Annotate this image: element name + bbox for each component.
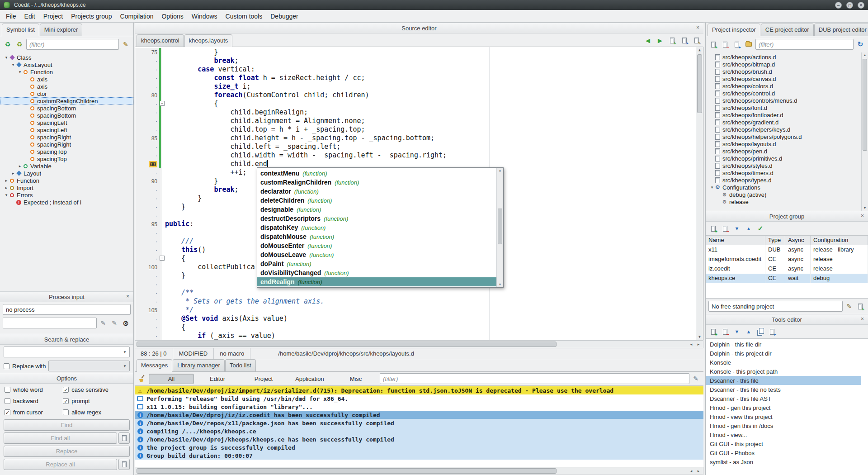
inspector-filter-input[interactable] [755, 39, 854, 50]
line-gutter[interactable]: · [135, 57, 161, 65]
line-gutter[interactable]: · [135, 117, 161, 125]
completion-item[interactable]: dispatchMouse (function) [257, 232, 496, 241]
expander-icon[interactable] [4, 193, 9, 197]
scroll-up-icon[interactable]: ▲ [696, 47, 703, 53]
line-gutter[interactable]: · [135, 194, 161, 203]
completion-item[interactable]: doMouseLeave (function) [257, 250, 496, 259]
expander-icon[interactable] [4, 185, 9, 190]
code-line[interactable]: 75 } [135, 48, 703, 57]
expander-icon[interactable] [709, 185, 715, 190]
symbol-tree-item[interactable]: Function [0, 177, 133, 184]
symbol-tree-item[interactable]: Errors [0, 191, 133, 199]
line-gutter[interactable]: · [135, 246, 161, 254]
symbol-tree-item[interactable]: axis [0, 76, 133, 83]
line-gutter[interactable]: · [135, 271, 161, 280]
project-file-item[interactable]: src/kheops/fontloader.d [706, 111, 861, 119]
line-gutter[interactable]: · [135, 108, 161, 117]
line-gutter[interactable]: · [135, 280, 161, 289]
search-option-checkbox[interactable]: prompt [63, 398, 129, 404]
completion-item[interactable]: designable (function) [257, 205, 496, 214]
close-editor-panel-icon[interactable] [694, 25, 701, 32]
project-file-item[interactable]: src/kheops/primitives.d [706, 155, 861, 162]
new-document-icon[interactable] [667, 35, 677, 45]
maximize-icon[interactable] [846, 2, 853, 9]
line-gutter[interactable]: ·− [135, 254, 161, 263]
replace-all-docs-icon[interactable] [118, 459, 130, 470]
chevron-down-icon[interactable] [121, 362, 128, 370]
find-all-docs-icon[interactable] [118, 432, 130, 444]
open-source-icon[interactable] [732, 39, 742, 49]
messages-tab[interactable]: Todo list [225, 359, 256, 371]
message-row[interactable]: the project group is successfully compil… [135, 443, 703, 451]
code-line[interactable]: · if (_axis == value) [135, 332, 703, 340]
scroll-thumb[interactable] [498, 209, 502, 244]
project-row[interactable]: kheops.ce CE wait debug [706, 274, 868, 283]
message-filter-button[interactable]: Project [241, 374, 286, 384]
new-free-standing-icon[interactable] [855, 301, 865, 311]
project-row[interactable]: imageformats.coedit CE async release [706, 255, 868, 264]
line-gutter[interactable]: 75 [135, 48, 161, 57]
scroll-right-icon[interactable]: ▸ [695, 341, 702, 348]
checkbox-icon[interactable] [63, 387, 69, 393]
fold-marker-icon[interactable]: − [160, 256, 165, 261]
search-option-checkbox[interactable]: from cursor [5, 409, 63, 416]
line-gutter[interactable]: · [135, 332, 161, 340]
close-window-icon[interactable] [858, 2, 864, 9]
scroll-up-icon[interactable]: ▲ [497, 168, 503, 173]
close-tools-editor-icon[interactable] [859, 316, 866, 323]
editor-tab[interactable]: kheops.layouts [184, 34, 233, 47]
kill-process-icon[interactable] [121, 318, 131, 328]
project-file-item[interactable]: src/kheops/controls/menus.d [706, 97, 861, 104]
line-gutter[interactable]: 85 [135, 134, 161, 142]
symbol-tree-item[interactable]: spacingRight [0, 141, 133, 148]
line-gutter[interactable]: · [135, 82, 161, 91]
replace-button[interactable]: Replace [4, 446, 130, 457]
symbol-tree-item[interactable]: axis [0, 83, 133, 90]
auto-refresh-icon[interactable] [14, 39, 24, 49]
code-line[interactable]: · { [135, 323, 703, 332]
menu-item[interactable]: Compilation [116, 11, 158, 22]
find-button[interactable]: Find [4, 419, 130, 431]
line-gutter[interactable]: · [135, 168, 161, 177]
line-gutter[interactable]: · [135, 74, 161, 82]
symbol-tree-item[interactable]: spacingTop [0, 155, 133, 162]
message-options-icon[interactable] [691, 374, 701, 384]
tool-item[interactable]: Dolphin - this file dir [706, 340, 861, 349]
message-row[interactable]: /home/basile/Dev/repos/x11/package.json … [135, 419, 703, 427]
code-line[interactable]: 105 */ [135, 306, 703, 314]
move-project-down-icon[interactable] [732, 223, 742, 233]
symbol-tree-item[interactable]: spacingTop [0, 148, 133, 155]
project-file-item[interactable]: src/kheops/brush.d [706, 68, 861, 75]
expander-icon[interactable] [10, 62, 16, 67]
column-header[interactable]: Configuration [811, 236, 868, 245]
column-header[interactable]: Async [785, 236, 811, 245]
code-line[interactable]: 80 foreach(CustomControl child; children… [135, 91, 703, 100]
line-gutter[interactable]: ·− [135, 100, 161, 108]
scroll-thumb[interactable] [863, 59, 867, 151]
message-filter-button[interactable]: Editor [195, 374, 240, 384]
scroll-thumb[interactable] [697, 54, 702, 113]
tool-item[interactable]: Konsole - this project path [706, 367, 861, 376]
menu-item[interactable]: Debugger [266, 11, 302, 22]
line-gutter[interactable]: · [135, 185, 161, 194]
code-line[interactable]: · size_t i; [135, 82, 703, 91]
project-file-item[interactable]: src/kheops/helpers/keys.d [706, 126, 861, 133]
right-panel-tab[interactable]: CE project editor [761, 24, 814, 36]
replace-with-combo[interactable] [48, 361, 130, 371]
scroll-right-icon[interactable]: ▸ [695, 467, 702, 475]
refresh-inspector-icon[interactable] [855, 39, 865, 49]
completion-item[interactable]: doMouseEnter (function) [257, 241, 496, 250]
tool-item[interactable]: Hmod - view... [706, 430, 861, 439]
message-filter-button[interactable]: Misc [333, 374, 378, 384]
scroll-thumb[interactable] [137, 342, 557, 347]
menu-item[interactable]: Project [39, 11, 67, 22]
code-line[interactable]: · const float h = sizeRect.height / cc; [135, 74, 703, 82]
completion-item[interactable]: doVisibilityChanged (function) [257, 268, 496, 277]
project-file-item[interactable]: src/kheops/canvas.d [706, 75, 861, 82]
line-gutter[interactable]: · [135, 323, 161, 332]
symbol-tree-item[interactable]: Import [0, 184, 133, 191]
project-file-item[interactable]: src/kheops/timers.d [706, 169, 861, 176]
line-gutter[interactable]: · [135, 151, 161, 160]
symbol-tree-item[interactable]: Variable [0, 162, 133, 170]
editor-hscrollbar[interactable]: ◂ ▸ [135, 340, 703, 348]
